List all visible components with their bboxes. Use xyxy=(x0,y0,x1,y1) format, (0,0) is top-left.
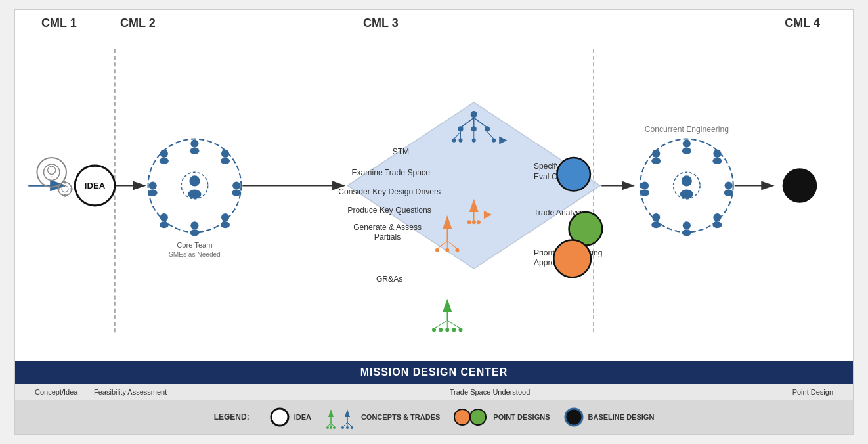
legend-point-designs-label: POINT DESIGNS xyxy=(493,413,550,421)
svg-point-98 xyxy=(713,150,721,158)
svg-point-130 xyxy=(333,426,336,429)
mdc-bar: MISSION DESIGN CENTER xyxy=(15,361,853,384)
legend-label: LEGEND: xyxy=(214,412,250,422)
svg-point-14 xyxy=(190,221,198,229)
svg-point-16 xyxy=(149,181,157,189)
svg-point-97 xyxy=(640,190,649,196)
svg-text:Concurrent Engineering: Concurrent Engineering xyxy=(645,125,729,134)
svg-point-35 xyxy=(471,126,477,131)
svg-point-140 xyxy=(470,409,486,425)
legend-idea-label: IDEA xyxy=(294,413,311,421)
svg-point-11 xyxy=(190,148,199,154)
svg-text:Core Team: Core Team xyxy=(177,241,212,249)
legend-point-designs: POINT DESIGNS xyxy=(453,407,550,428)
svg-text:Partials: Partials xyxy=(374,233,401,242)
phase-trade-space: Trade Space Understood xyxy=(199,388,781,396)
baseline-design-icon xyxy=(563,407,584,428)
phase-point-design: Point Design xyxy=(781,388,833,396)
legend-idea: IDEA xyxy=(269,407,311,428)
svg-point-108 xyxy=(783,168,817,203)
legend-baseline-label: BASELINE DESIGN xyxy=(588,413,655,421)
svg-point-15 xyxy=(190,229,199,236)
legend-row: LEGEND: IDEA xyxy=(15,400,853,434)
diagram-svg: IDEA xyxy=(15,10,853,361)
svg-point-136 xyxy=(341,426,344,429)
svg-point-94 xyxy=(683,221,691,229)
svg-point-137 xyxy=(346,426,349,429)
phase-concept: Concept/Idea xyxy=(35,388,94,396)
svg-line-135 xyxy=(347,422,352,427)
svg-point-66 xyxy=(439,328,443,332)
svg-text:Produce Key Questions: Produce Key Questions xyxy=(347,206,431,215)
svg-point-12 xyxy=(232,181,240,189)
svg-point-69 xyxy=(458,328,462,332)
svg-point-25 xyxy=(160,221,169,228)
svg-point-56 xyxy=(467,220,471,224)
svg-point-93 xyxy=(724,190,733,196)
svg-point-105 xyxy=(651,221,661,228)
svg-point-10 xyxy=(190,140,198,148)
phase-row: Concept/Idea Feasibility Assessment Trad… xyxy=(15,384,853,400)
svg-point-22 xyxy=(160,150,168,158)
svg-point-92 xyxy=(725,181,733,189)
svg-point-111 xyxy=(48,166,56,174)
svg-point-36 xyxy=(485,126,490,131)
svg-text:Specify: Specify xyxy=(534,162,561,171)
svg-point-9 xyxy=(188,190,201,199)
svg-point-110 xyxy=(44,164,60,180)
svg-point-51 xyxy=(435,248,439,252)
svg-marker-60 xyxy=(443,299,452,312)
svg-text:Generate & Assess: Generate & Assess xyxy=(353,223,422,232)
svg-point-122 xyxy=(271,409,288,426)
svg-point-102 xyxy=(652,150,660,158)
svg-point-101 xyxy=(712,221,722,228)
svg-point-89 xyxy=(680,190,693,199)
svg-point-65 xyxy=(432,328,436,332)
bottom-section: Concept/Idea Feasibility Assessment Trad… xyxy=(15,384,853,434)
legend-baseline-design: BASELINE DESIGN xyxy=(563,407,655,428)
svg-line-64 xyxy=(447,321,460,328)
svg-text:GR&As: GR&As xyxy=(376,275,402,284)
svg-point-8 xyxy=(189,175,200,186)
svg-point-91 xyxy=(682,148,691,154)
svg-point-17 xyxy=(148,190,158,196)
svg-point-90 xyxy=(683,140,691,148)
svg-text:SMEs as Needed: SMEs as Needed xyxy=(169,251,221,258)
svg-point-52 xyxy=(445,248,449,252)
phase-feasibility: Feasibility Assessment xyxy=(94,388,199,396)
svg-point-24 xyxy=(160,213,168,221)
svg-text:IDEA: IDEA xyxy=(85,181,106,190)
svg-point-68 xyxy=(452,328,456,332)
svg-marker-131 xyxy=(345,409,350,417)
svg-point-30 xyxy=(471,111,477,118)
svg-text:STM: STM xyxy=(393,147,410,156)
svg-point-53 xyxy=(455,248,459,252)
svg-point-84 xyxy=(553,240,591,278)
svg-point-20 xyxy=(221,213,229,221)
svg-point-115 xyxy=(62,186,68,192)
svg-text:Examine Trade Space: Examine Trade Space xyxy=(351,168,430,177)
svg-point-82 xyxy=(557,158,590,191)
svg-point-21 xyxy=(221,221,230,228)
svg-point-141 xyxy=(565,409,582,426)
svg-point-104 xyxy=(652,213,660,221)
svg-point-138 xyxy=(351,426,353,429)
svg-point-139 xyxy=(454,409,470,425)
svg-point-41 xyxy=(452,139,456,143)
svg-point-99 xyxy=(712,158,722,164)
svg-point-42 xyxy=(458,139,462,143)
svg-point-96 xyxy=(641,181,649,189)
svg-marker-123 xyxy=(328,409,334,417)
svg-line-125 xyxy=(328,422,331,427)
svg-point-18 xyxy=(221,150,229,158)
svg-point-34 xyxy=(458,126,463,131)
diagram-area: CML 1 CML 2 CML 3 CML 4 IDEA xyxy=(15,10,853,361)
svg-point-114 xyxy=(58,182,72,195)
svg-line-127 xyxy=(331,422,334,427)
svg-text:Consider Key Design Drivers: Consider Key Design Drivers xyxy=(338,187,441,196)
svg-point-19 xyxy=(221,158,230,164)
point-designs-icon xyxy=(453,407,489,428)
svg-point-13 xyxy=(232,190,241,196)
svg-point-95 xyxy=(682,229,691,236)
svg-point-43 xyxy=(472,139,476,143)
